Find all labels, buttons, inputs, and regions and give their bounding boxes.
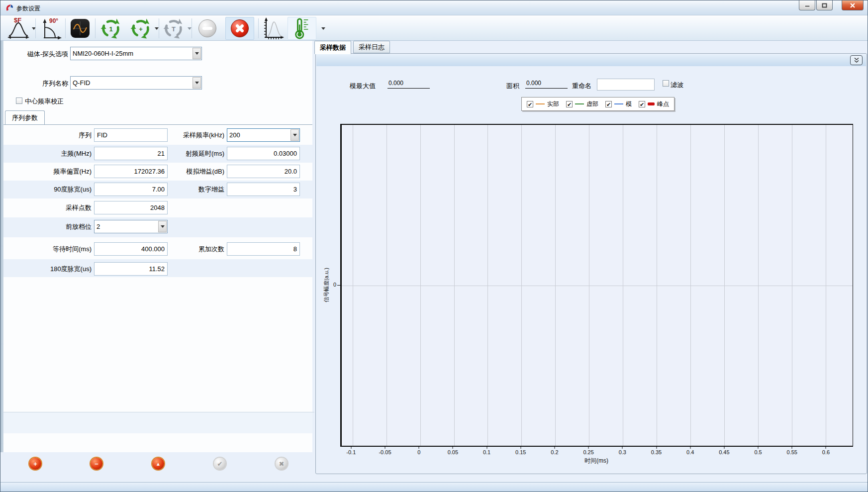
x-tick-label: 0.35 xyxy=(651,449,662,455)
analog-gain-input[interactable] xyxy=(227,165,300,178)
magnet-probe-value: NMI20-060H-I-25mm xyxy=(73,50,133,57)
status-bar xyxy=(0,482,868,492)
freq-offset-input[interactable] xyxy=(94,165,168,178)
up-arrow-icon: ▲ xyxy=(156,461,161,467)
title-bar: 参数设置 xyxy=(0,0,868,15)
x-tick-label: 0.05 xyxy=(448,449,458,455)
main-freq-label: 主频(MHz) xyxy=(61,149,92,158)
x-tick-mark xyxy=(588,447,589,449)
tab-sampling-log[interactable]: 采样日志 xyxy=(353,41,390,53)
filter-checkbox[interactable] xyxy=(663,80,669,87)
magnet-probe-dropdown-arrow[interactable] xyxy=(193,48,201,59)
pane-header-strip xyxy=(316,54,866,66)
add-param-button[interactable]: + xyxy=(29,458,41,470)
pulse90-input[interactable] xyxy=(94,183,168,196)
thermometer-dropdown-arrow[interactable] xyxy=(321,27,325,30)
rf-delay-input[interactable] xyxy=(227,147,300,160)
x-tick-mark xyxy=(690,447,690,449)
x-tick-label: 0.45 xyxy=(719,449,729,455)
legend-peaks-marker-icon xyxy=(648,102,655,105)
wait-time-label: 等待时间(ms) xyxy=(53,245,92,254)
x-tick-label: -0.1 xyxy=(346,449,356,455)
mod-max-value[interactable] xyxy=(387,79,430,89)
legend-peaks-checkbox[interactable]: ✔ xyxy=(639,101,645,107)
app-window: 参数设置 $F xyxy=(0,0,868,492)
legend-modulus-checkbox[interactable]: ✔ xyxy=(605,101,612,107)
spectrum-view-button[interactable] xyxy=(261,17,285,40)
x-tick-mark xyxy=(724,447,724,449)
move-up-button[interactable]: ▲ xyxy=(152,458,164,470)
plus-icon: + xyxy=(33,460,37,468)
area-label: 面积 xyxy=(506,82,519,91)
legend-imaginary-checkbox[interactable]: ✔ xyxy=(566,101,573,107)
sample-points-input[interactable] xyxy=(94,201,168,214)
remove-param-button[interactable]: − xyxy=(91,458,102,470)
sample-freq-dropdown-arrow[interactable] xyxy=(290,129,299,141)
x-tick-mark xyxy=(520,447,521,449)
accumulate-dropdown-arrow[interactable] xyxy=(155,27,159,30)
preamp-gear-label: 前放档位 xyxy=(66,222,92,231)
horizontal-gridline xyxy=(342,286,853,286)
tab-sequence-params[interactable]: 序列参数 xyxy=(5,110,45,124)
main-freq-input[interactable] xyxy=(94,147,168,160)
y-axis-title: 信号幅度(a.u.) xyxy=(323,268,330,302)
check-icon: ✔ xyxy=(217,460,223,468)
sample-freq-combobox[interactable]: 200 xyxy=(227,128,300,142)
pulse180-input[interactable] xyxy=(94,262,168,276)
confirm-button: ✔ xyxy=(214,458,226,470)
sf-calibration-button[interactable]: $F xyxy=(6,17,30,40)
x-tick-label: 0.2 xyxy=(551,449,558,455)
sequence-name-dropdown-arrow[interactable] xyxy=(193,77,201,89)
tab-sampling-data[interactable]: 采样数据 xyxy=(314,41,351,54)
preamp-gear-combobox[interactable]: 2 xyxy=(94,220,168,233)
accumulate-scan-button[interactable]: + xyxy=(129,17,153,40)
temperature-scan-button[interactable]: T xyxy=(162,17,186,40)
sequence-input[interactable] xyxy=(94,128,168,142)
x-tick-mark xyxy=(453,447,453,449)
center-freq-checkbox[interactable] xyxy=(16,98,22,104)
legend-modulus-label: 模 xyxy=(626,100,632,108)
freq-offset-label: 频率偏置(Hz) xyxy=(53,167,92,176)
sequence-name-combobox[interactable]: Q-FID xyxy=(70,76,202,90)
digital-gain-input[interactable] xyxy=(227,183,300,196)
x-tick-mark xyxy=(758,447,759,449)
oscilloscope-button[interactable] xyxy=(68,17,92,40)
magnet-probe-combobox[interactable]: NMI20-060H-I-25mm xyxy=(70,47,202,60)
y-tick-mark xyxy=(337,285,340,286)
x-tick-mark xyxy=(486,447,487,449)
legend-imaginary: ✔虚部 xyxy=(566,100,598,108)
close-button[interactable] xyxy=(842,0,864,10)
minus-icon: − xyxy=(95,460,98,468)
temperature-dropdown-arrow[interactable] xyxy=(188,27,192,30)
pulse90-calibration-button[interactable]: 90° xyxy=(39,17,63,40)
single-scan-button[interactable]: 1 xyxy=(99,17,123,40)
filter-label: 滤波 xyxy=(671,81,683,90)
x-tick-label: -0.05 xyxy=(379,449,391,455)
collapse-button[interactable] xyxy=(850,55,863,65)
stop-button[interactable] xyxy=(225,17,254,40)
analog-gain-label: 模拟增益(dB) xyxy=(186,167,224,176)
x-tick-label: 0.1 xyxy=(483,449,490,455)
maximize-button[interactable] xyxy=(816,0,833,10)
preamp-gear-dropdown-arrow[interactable] xyxy=(158,221,167,232)
x-tick-mark xyxy=(656,447,657,449)
app-logo-icon xyxy=(5,3,14,14)
legend-real: ✔实部 xyxy=(527,100,559,108)
thermometer-button[interactable] xyxy=(288,17,316,40)
legend-imaginary-marker-icon xyxy=(575,103,584,104)
area-value[interactable] xyxy=(525,79,568,89)
legend-real-checkbox[interactable]: ✔ xyxy=(527,101,533,107)
wait-time-input[interactable] xyxy=(94,242,168,256)
rename-input[interactable] xyxy=(597,79,655,91)
x-axis-title: 时间(ms) xyxy=(584,457,608,465)
x-tick-mark xyxy=(351,447,351,449)
window-title: 参数设置 xyxy=(16,4,40,13)
preamp-gear-value: 2 xyxy=(96,223,100,230)
x-axis-ticks: -0.1-0.0500.050.10.150.20.250.30.350.40.… xyxy=(340,447,853,457)
plot-area[interactable] xyxy=(340,124,853,447)
minimize-button[interactable] xyxy=(799,0,815,10)
sample-freq-value: 200 xyxy=(229,131,240,139)
accum-count-input[interactable] xyxy=(227,242,300,256)
x-tick-mark xyxy=(385,447,386,449)
single-scan-glyph: 1 xyxy=(109,25,112,33)
